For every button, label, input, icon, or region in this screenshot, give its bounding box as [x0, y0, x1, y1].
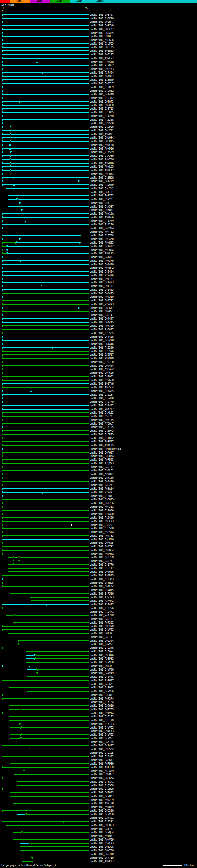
hit-bar-segment[interactable]	[2, 292, 89, 294]
hit-bar-segment[interactable]	[22, 853, 31, 855]
hit-bar-segment[interactable]	[2, 513, 89, 515]
hit-bar-segment[interactable]	[2, 173, 89, 175]
hit-label[interactable]: UniRef100_Q04696	[90, 570, 113, 573]
hit-label[interactable]: UniRef100_Q23TE0	[90, 361, 113, 363]
hit-label[interactable]: UniRef100_A9XG56	[90, 216, 113, 219]
hit-label[interactable]: UniRef100_P12332	[90, 97, 113, 99]
hit-label[interactable]: UniRef100_O64448	[90, 263, 113, 266]
hit-bar-segment[interactable]	[19, 643, 89, 645]
hit-label[interactable]: UniRef100_Q1HL23	[90, 411, 113, 414]
hit-label[interactable]: UniRef100_C6TLM4	[90, 585, 113, 588]
hit-label[interactable]: UniRef100_Q9SWE9	[90, 104, 113, 106]
hit-label[interactable]: UniRef100_C4PQF4	[90, 831, 113, 834]
hit-label[interactable]: UniRef100_Q4VV43	[90, 676, 113, 678]
hit-bar-segment[interactable]	[6, 191, 89, 193]
hit-bar-segment[interactable]	[2, 394, 89, 396]
hit-label[interactable]: UniRef100_A9NP21	[90, 133, 113, 135]
hit-label[interactable]: UniRef100_Q4VV51	[90, 643, 113, 646]
hit-bar-segment[interactable]	[37, 672, 89, 674]
hit-label[interactable]: UniRef100_Q35442	[90, 755, 113, 758]
hit-bar-segment[interactable]	[20, 842, 29, 844]
hit-label[interactable]: UniRef100_Q4VV56	[90, 690, 113, 693]
hit-bar-segment[interactable]	[11, 126, 89, 128]
hit-label[interactable]: UniRef100_Q9WIB1	[90, 277, 113, 280]
hit-label[interactable]: UniRef100_Q94LX3	[90, 730, 113, 733]
hit-label[interactable]: UniRef100_B9T0C1	[90, 35, 113, 38]
hit-label[interactable]: UniRef100_P07370	[90, 259, 113, 262]
hit-bar-segment[interactable]	[2, 535, 89, 537]
hit-bar-segment[interactable]	[9, 683, 89, 685]
hit-bar-segment[interactable]	[11, 133, 89, 135]
hit-label[interactable]: UniRef100_O48657	[90, 759, 113, 762]
hit-bar-segment[interactable]	[12, 151, 89, 153]
hit-label[interactable]: UniRef100_A9RB93	[90, 459, 113, 461]
hit-bar-segment[interactable]	[2, 452, 89, 454]
hit-bar-segment[interactable]	[30, 842, 89, 844]
hit-bar-segment[interactable]	[2, 169, 10, 171]
hit-bar-segment[interactable]	[2, 386, 89, 388]
hit-bar-segment[interactable]	[2, 368, 89, 370]
hit-bar-segment[interactable]	[22, 857, 31, 859]
hit-bar-segment[interactable]	[6, 188, 89, 189]
hit-bar-segment[interactable]	[7, 245, 89, 247]
hit-label[interactable]: UniRef100_A7PJV3	[90, 596, 113, 598]
hit-bar-segment[interactable]	[2, 502, 89, 504]
hit-bar-segment[interactable]	[2, 509, 89, 512]
hit-label[interactable]: UniRef100_Q4VV63	[90, 734, 113, 736]
hit-bar-segment[interactable]	[2, 155, 11, 157]
hit-label[interactable]: UniRef100_P466Z1	[90, 683, 113, 685]
hit-label[interactable]: UniRef100_P48121	[90, 618, 113, 620]
hit-bar-segment[interactable]	[10, 148, 89, 150]
hit-bar-segment[interactable]	[2, 329, 89, 331]
hit-bar-segment[interactable]	[2, 470, 89, 471]
hit-label[interactable]: UniRef100_B7FHZ5	[90, 111, 113, 114]
hit-bar-segment[interactable]	[2, 459, 89, 461]
hit-label[interactable]: UniRef100_O64447	[90, 317, 113, 320]
hit-label[interactable]: UniRef100_Q40770	[90, 563, 113, 566]
hit-bar-segment[interactable]	[2, 64, 89, 66]
hit-bar-segment[interactable]	[2, 415, 89, 417]
hit-bar-segment[interactable]	[2, 223, 89, 225]
hit-bar-segment[interactable]	[9, 709, 20, 710]
hit-label[interactable]: UniRef100_B9LOY2	[90, 173, 113, 175]
hit-label[interactable]: UniRef100_P16049	[90, 184, 113, 186]
hit-bar-segment[interactable]	[2, 321, 89, 323]
hit-label[interactable]: UniRef100_A9BA14	[90, 488, 113, 490]
hit-bar-segment[interactable]	[2, 766, 89, 768]
hit-label[interactable]: UniRef100_B61ZT9	[90, 180, 113, 183]
hit-bar-segment[interactable]	[2, 698, 89, 700]
hit-bar-segment[interactable]	[2, 665, 89, 667]
hit-label[interactable]: UniRef100_P04783	[90, 534, 113, 537]
hit-label[interactable]: UniRef100_P15193	[90, 722, 113, 725]
hit-label[interactable]: UniRef100_A7QQL7	[90, 422, 113, 425]
hit-label[interactable]: UniRef100_UPI00019B04	[90, 447, 121, 450]
hit-label[interactable]: UniRef100_Q10HD0	[90, 176, 113, 179]
hit-bar-segment[interactable]	[26, 661, 89, 663]
hit-label[interactable]: UniRef100_Q93064	[90, 549, 113, 552]
hit-label[interactable]: UniRef100_A67363	[90, 621, 113, 624]
hit-label[interactable]: UniRef100_B2BW49	[90, 79, 113, 81]
hit-label[interactable]: UniRef100_Q9C8T5	[90, 498, 113, 501]
hit-bar-segment[interactable]	[2, 538, 89, 540]
hit-bar-segment[interactable]	[13, 806, 89, 808]
hit-bar-segment[interactable]	[2, 32, 89, 34]
hit-bar-segment[interactable]	[27, 690, 89, 692]
hit-label[interactable]: UniRef100_A5C439	[90, 770, 113, 772]
hit-bar-segment[interactable]	[2, 350, 89, 352]
hit-label[interactable]: UniRef100_A97769	[90, 324, 113, 327]
hit-bar-segment[interactable]	[2, 401, 89, 403]
hit-bar-segment[interactable]	[2, 35, 89, 37]
hit-bar-segment[interactable]	[2, 347, 89, 348]
hit-bar-segment[interactable]	[14, 571, 89, 573]
hit-label[interactable]: UniRef100_B65J10	[90, 852, 113, 856]
hit-label[interactable]: UniRef100_B9LYY1	[90, 187, 113, 190]
hit-bar-segment[interactable]	[6, 614, 14, 616]
hit-bar-segment[interactable]	[2, 712, 89, 714]
hit-label[interactable]: UniRef100_P27490	[90, 513, 113, 516]
hit-label[interactable]: UniRef100_A9NK27	[90, 860, 113, 863]
hit-label[interactable]: UniRef100_A9NV69	[90, 838, 113, 841]
hit-label[interactable]: UniRef100_A9PW47	[90, 679, 113, 682]
hit-label[interactable]: UniRef100_P27492	[90, 404, 113, 407]
hit-bar-segment[interactable]	[25, 770, 89, 772]
hit-label[interactable]: UniRef100_P14270	[90, 115, 113, 117]
